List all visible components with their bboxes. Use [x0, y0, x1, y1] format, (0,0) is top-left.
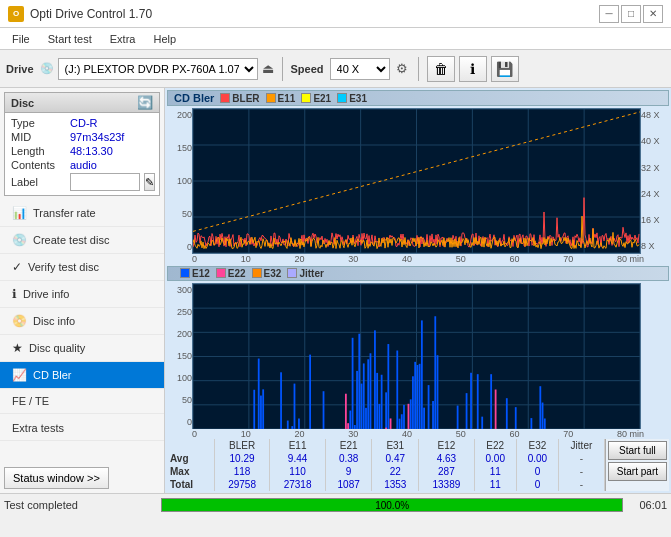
nav-extra-tests[interactable]: Extra tests: [0, 416, 164, 441]
nav-disc-quality[interactable]: ★ Disc quality: [0, 335, 164, 362]
legend2-e32-dot: [252, 268, 262, 278]
time-text: 06:01: [627, 499, 667, 511]
title-controls: ─ □ ✕: [599, 5, 663, 23]
disc-contents-value: audio: [70, 159, 97, 171]
info-button[interactable]: ℹ: [459, 56, 487, 82]
erase-button[interactable]: 🗑: [427, 56, 455, 82]
chart1-title-bar: CD Bler BLER E11 E21 E31: [167, 90, 669, 106]
toolbar-separator-2: [418, 57, 419, 81]
total-e11: 27318: [270, 478, 326, 491]
menu-file[interactable]: File: [4, 31, 38, 47]
legend2-jitter-dot: [287, 268, 297, 278]
legend-e11: E11: [266, 93, 296, 104]
legend2-e32: E32: [252, 268, 282, 279]
start-part-button[interactable]: Start part: [608, 462, 667, 481]
start-full-button[interactable]: Start full: [608, 441, 667, 460]
max-e21: 9: [325, 465, 372, 478]
speed-select[interactable]: 40 X: [330, 58, 390, 80]
eject-icon[interactable]: ⏏: [262, 61, 274, 76]
disc-label-input[interactable]: [70, 173, 140, 191]
disc-refresh-icon[interactable]: 🔄: [137, 95, 153, 110]
nav-create-test-disc-label: Create test disc: [33, 234, 109, 246]
total-jitter: -: [559, 478, 605, 491]
settings-icon[interactable]: ⚙: [394, 59, 410, 78]
col-e11-header: E11: [270, 439, 326, 452]
disc-length-key: Length: [11, 145, 66, 157]
chart1-container: CD Bler BLER E11 E21 E31: [167, 90, 669, 264]
status-window-area: Status window >>: [0, 463, 164, 493]
legend2-e22-dot: [216, 268, 226, 278]
stats-total-row: Total 29758 27318 1087 1353 13389 11 0 -: [167, 478, 604, 491]
total-label: Total: [167, 478, 214, 491]
disc-panel-content: Type CD-R MID 97m34s23f Length 48:13.30 …: [5, 113, 159, 195]
nav-fe-te[interactable]: FE / TE: [0, 389, 164, 414]
disc-contents-key: Contents: [11, 159, 66, 171]
disc-mid-row: MID 97m34s23f: [11, 131, 153, 143]
disc-label-row: Label ✎: [11, 173, 153, 191]
disc-info-icon: 📀: [12, 314, 27, 328]
total-e21: 1087: [325, 478, 372, 491]
legend-e21-dot: [301, 93, 311, 103]
drive-select[interactable]: (J:) PLEXTOR DVDR PX-760A 1.07: [58, 58, 258, 80]
disc-panel: Disc 🔄 Type CD-R MID 97m34s23f Length 48…: [4, 92, 160, 196]
chart2-y-axis-left: 300 250 200 150 100 50 0: [167, 283, 192, 430]
max-e11: 110: [270, 465, 326, 478]
sidebar: Disc 🔄 Type CD-R MID 97m34s23f Length 48…: [0, 88, 165, 493]
save-button[interactable]: 💾: [491, 56, 519, 82]
nav-transfer-rate[interactable]: 📊 Transfer rate: [0, 200, 164, 227]
nav-fe-te-label: FE / TE: [12, 395, 49, 407]
disc-quality-icon: ★: [12, 341, 23, 355]
chart2-canvas: [193, 284, 640, 429]
nav-drive-info[interactable]: ℹ Drive info: [0, 281, 164, 308]
avg-e22: 0.00: [474, 452, 516, 465]
col-e21-header: E21: [325, 439, 372, 452]
cd-bler-icon: 📈: [12, 368, 27, 382]
avg-jitter: -: [559, 452, 605, 465]
max-e22: 11: [474, 465, 516, 478]
app-icon: O: [8, 6, 24, 22]
nav-cd-bler[interactable]: 📈 CD Bler: [0, 362, 164, 389]
drive-icon: 💿: [40, 62, 54, 75]
disc-label-edit-button[interactable]: ✎: [144, 173, 155, 191]
legend-e11-label: E11: [278, 93, 296, 104]
legend-e11-dot: [266, 93, 276, 103]
minimize-button[interactable]: ─: [599, 5, 619, 23]
menu-start-test[interactable]: Start test: [40, 31, 100, 47]
max-e31: 22: [372, 465, 419, 478]
max-jitter: -: [559, 465, 605, 478]
status-window-button[interactable]: Status window >>: [4, 467, 109, 489]
nav-verify-test-disc[interactable]: ✓ Verify test disc: [0, 254, 164, 281]
main-content: Disc 🔄 Type CD-R MID 97m34s23f Length 48…: [0, 88, 671, 493]
disc-panel-header: Disc 🔄: [5, 93, 159, 113]
chart1-x-axis: 0 10 20 30 40 50 60 70 80 min: [167, 254, 669, 264]
total-e32: 0: [516, 478, 558, 491]
menu-extra[interactable]: Extra: [102, 31, 144, 47]
app-title: Opti Drive Control 1.70: [30, 7, 152, 21]
col-jitter-header: Jitter: [559, 439, 605, 452]
chart-area: CD Bler BLER E11 E21 E31: [165, 88, 671, 493]
menu-help[interactable]: Help: [145, 31, 184, 47]
nav-section: 📊 Transfer rate 💿 Create test disc ✓ Ver…: [0, 200, 164, 463]
chart1-plot: [192, 108, 641, 254]
speed-label: Speed: [291, 63, 324, 75]
chart1-y-axis-right: 48 X 40 X 32 X 24 X 16 X 8 X: [641, 108, 669, 254]
legend-e31-label: E31: [349, 93, 367, 104]
nav-verify-test-disc-label: Verify test disc: [28, 261, 99, 273]
col-e12-header: E12: [419, 439, 475, 452]
legend2-e22: E22: [216, 268, 246, 279]
maximize-button[interactable]: □: [621, 5, 641, 23]
total-e22: 11: [474, 478, 516, 491]
nav-disc-info-label: Disc info: [33, 315, 75, 327]
chart1-canvas: [193, 109, 640, 253]
stats-row: BLER E11 E21 E31 E12 E22 E32 Jitter Avg: [167, 439, 669, 491]
nav-create-test-disc[interactable]: 💿 Create test disc: [0, 227, 164, 254]
legend-e21-label: E21: [313, 93, 331, 104]
total-e12: 13389: [419, 478, 475, 491]
drive-label: Drive: [6, 63, 34, 75]
close-button[interactable]: ✕: [643, 5, 663, 23]
avg-e21: 0.38: [325, 452, 372, 465]
legend2-e12-label: E12: [192, 268, 210, 279]
nav-disc-info[interactable]: 📀 Disc info: [0, 308, 164, 335]
title-bar: O Opti Drive Control 1.70 ─ □ ✕: [0, 0, 671, 28]
menu-bar: File Start test Extra Help: [0, 28, 671, 50]
